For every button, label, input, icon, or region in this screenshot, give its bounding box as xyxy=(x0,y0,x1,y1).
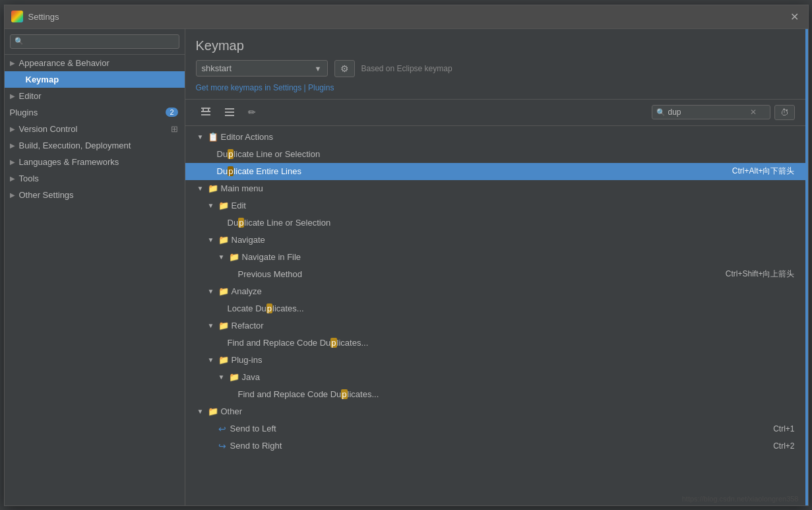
tree-row-navigate[interactable]: ▼ 📁 Navigate xyxy=(185,232,805,249)
svg-rect-2 xyxy=(201,114,210,115)
tree-row-find-replace-dup-java[interactable]: Find and Replace Code Duplicates... xyxy=(185,386,805,403)
search-field-icon: 🔍 xyxy=(656,108,666,117)
edit-shortcut-button[interactable]: ✏ xyxy=(243,104,261,120)
plugins-tree-label: Plug-ins xyxy=(232,355,795,365)
main-content: Keymap shkstart ▼ ⚙ Based on Eclipse key… xyxy=(185,29,805,505)
tree-row-locate-dup[interactable]: Locate Duplicates... xyxy=(185,300,805,317)
sidebar-search-icon: 🔍 xyxy=(15,37,24,46)
search-history-button[interactable]: ⏱ xyxy=(774,105,795,120)
keymap-select[interactable]: shkstart ▼ xyxy=(196,60,328,77)
expand-all-button[interactable] xyxy=(196,104,216,121)
sidebar-item-languages[interactable]: ▶ Languages & Frameworks xyxy=(5,154,185,170)
navigate-expand: ▼ xyxy=(206,236,216,243)
get-more-keymaps-link[interactable]: Get more keymaps in Settings | Plugins xyxy=(196,83,334,92)
sidebar-search-input[interactable] xyxy=(26,37,175,46)
send-right-label: Send to Right xyxy=(230,441,771,451)
plugins-folder-icon: 📁 xyxy=(218,355,229,366)
tree-row-send-right[interactable]: ↪ Send to Right Ctrl+2 xyxy=(185,437,805,455)
tree-row-previous-method[interactable]: Previous Method Ctrl+Shift+向上箭头 xyxy=(185,266,805,283)
send-left-label: Send to Left xyxy=(230,424,771,433)
dup-highlight-1: p xyxy=(228,149,234,159)
tree-row-refactor[interactable]: ▼ 📁 Refactor xyxy=(185,317,805,335)
sidebar-item-tools[interactable]: ▶ Tools xyxy=(5,170,185,187)
title-bar-left: Settings xyxy=(11,11,59,22)
based-on-text: Based on Eclipse keymap xyxy=(361,64,453,73)
edit-expand: ▼ xyxy=(206,202,216,209)
find-replace-dup-label: Find and Replace Code Duplicates... xyxy=(228,338,795,348)
tree-row-plugins[interactable]: ▼ 📁 Plug-ins xyxy=(185,352,805,369)
other-folder-icon: 📁 xyxy=(208,406,218,417)
clear-search-button[interactable]: ✕ xyxy=(750,108,757,117)
tree-row-main-menu[interactable]: ▼ 📁 Main menu xyxy=(185,180,805,197)
edit-folder-icon: 📁 xyxy=(218,201,229,211)
refactor-expand: ▼ xyxy=(206,322,216,329)
tree-row-editor-actions[interactable]: ▼ 📋 Editor Actions xyxy=(185,129,805,146)
tree-row-find-replace-dup[interactable]: Find and Replace Code Duplicates... xyxy=(185,335,805,352)
appearance-label: Appearance & Behavior xyxy=(19,58,109,68)
send-right-shortcut: Ctrl+2 xyxy=(773,441,794,451)
tree-row-dup-line-edit[interactable]: Duplicate Line or Selection xyxy=(185,214,805,232)
vc-label: Version Control xyxy=(19,124,78,134)
sidebar-item-build[interactable]: ▶ Build, Execution, Deployment xyxy=(5,137,185,154)
dup-entire-label: Duplicate Entire Lines xyxy=(217,166,730,176)
dialog-title: Settings xyxy=(28,12,59,22)
sidebar-item-other-settings[interactable]: ▶ Other Settings xyxy=(5,187,185,203)
tree-row-edit[interactable]: ▼ 📁 Edit xyxy=(185,197,805,214)
lang-label: Languages & Frameworks xyxy=(19,157,119,167)
main-header: Keymap shkstart ▼ ⚙ Based on Eclipse key… xyxy=(185,29,805,99)
settings-dialog: Settings ✕ 🔍 ▶ Appearance & Behavior Key… xyxy=(4,5,809,506)
tree-row-java[interactable]: ▼ 📁 Java xyxy=(185,369,805,386)
dup-line-label: Duplicate Line or Selection xyxy=(217,149,795,159)
sidebar-item-keymap[interactable]: Keymap xyxy=(5,71,185,88)
gear-button[interactable]: ⚙ xyxy=(334,60,355,77)
search-input[interactable] xyxy=(668,108,747,117)
title-bar: Settings ✕ xyxy=(5,5,808,29)
app-icon xyxy=(11,11,23,22)
collapse-all-button[interactable] xyxy=(220,104,239,121)
nav-in-file-expand: ▼ xyxy=(217,253,226,261)
send-right-icon: ↪ xyxy=(217,441,228,451)
tree-row-analyze[interactable]: ▼ 📁 Analyze xyxy=(185,283,805,300)
main-menu-expand: ▼ xyxy=(196,185,205,192)
sidebar-item-plugins[interactable]: Plugins 2 xyxy=(5,104,185,121)
analyze-folder-icon: 📁 xyxy=(218,286,229,297)
dup-line-edit-label: Duplicate Line or Selection xyxy=(228,218,795,228)
edit-label: Edit xyxy=(232,201,795,210)
main-menu-label: Main menu xyxy=(221,183,795,193)
sidebar-search-box: 🔍 xyxy=(5,29,185,55)
tree-row-dup-line-or-sel[interactable]: Duplicate Line or Selection xyxy=(185,146,805,163)
other-expand: ▼ xyxy=(196,408,205,415)
locate-dup-highlight: p xyxy=(266,303,272,313)
close-button[interactable]: ✕ xyxy=(788,10,801,23)
tree-area: ▼ 📋 Editor Actions Duplicate Line or Sel… xyxy=(185,126,805,492)
sidebar-item-editor[interactable]: ▶ Editor xyxy=(5,88,185,104)
dup-entire-highlight: p xyxy=(228,166,234,176)
toolbar: ✏ 🔍 ✕ ⏱ xyxy=(185,99,805,126)
refactor-label: Refactor xyxy=(232,321,795,331)
keymap-select-value: shkstart xyxy=(202,63,309,73)
appearance-arrow: ▶ xyxy=(10,59,15,67)
tree-row-other[interactable]: ▼ 📁 Other xyxy=(185,403,805,420)
editor-actions-expand: ▼ xyxy=(196,133,205,141)
previous-method-label: Previous Method xyxy=(238,269,723,279)
svg-rect-5 xyxy=(225,108,234,110)
tree-row-navigate-in-file[interactable]: ▼ 📁 Navigate in File xyxy=(185,249,805,266)
vc-icon: ⊞ xyxy=(171,124,178,134)
page-title: Keymap xyxy=(196,38,795,53)
other-label: Other Settings xyxy=(19,190,74,200)
send-left-icon: ↩ xyxy=(217,424,228,434)
build-arrow: ▶ xyxy=(10,142,15,149)
plugins-label: Plugins xyxy=(10,108,38,117)
search-field[interactable]: 🔍 ✕ xyxy=(652,105,770,119)
find-replace-dup-java-label: Find and Replace Code Duplicates... xyxy=(238,389,795,399)
tree-row-dup-entire-lines[interactable]: Duplicate Entire Lines Ctrl+Alt+向下箭头 xyxy=(185,163,805,180)
java-folder-icon: 📁 xyxy=(229,372,239,383)
sidebar-search-wrapper[interactable]: 🔍 xyxy=(10,34,179,49)
tools-arrow: ▶ xyxy=(10,175,15,182)
sidebar-item-appearance[interactable]: ▶ Appearance & Behavior xyxy=(5,55,185,71)
locate-dup-label: Locate Duplicates... xyxy=(228,303,795,313)
previous-method-shortcut: Ctrl+Shift+向上箭头 xyxy=(726,269,795,280)
tree-row-send-left[interactable]: ↩ Send to Left Ctrl+1 xyxy=(185,420,805,437)
find-replace-dup-java-highlight: p xyxy=(341,389,347,399)
sidebar-item-version-control[interactable]: ▶ Version Control ⊞ xyxy=(5,121,185,137)
